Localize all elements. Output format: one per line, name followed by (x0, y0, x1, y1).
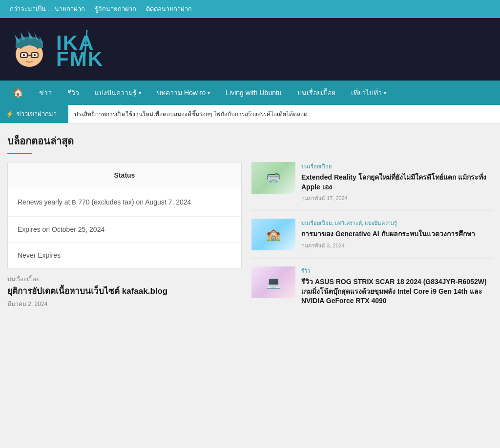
nav-travel[interactable]: เที่ยวไปทั่ว ▾ (343, 81, 394, 105)
svg-text:FMK: FMK (56, 47, 104, 67)
table-row: Renews yearly at ฿ 770 (excludes tax) on… (8, 188, 241, 217)
nav-news[interactable]: ข่าว (31, 81, 60, 105)
chevron-down-icon: ▾ (139, 90, 141, 96)
ticker-bar: ⚡ ข่าวเขาฝากมา ประสิทธิภาพการเปิดใช้งานใ… (0, 105, 500, 123)
article-thumbnail: 💻 (251, 266, 295, 298)
article-date: กุมภาพันธ์ 3, 2024 (301, 241, 493, 250)
page-content: บล็อกตอนล่าสุด Status Renews yearly at ฿… (0, 123, 500, 326)
list-item: 🥽 บ่นเรื่อยเปื้อย Extended Reality โลกยุ… (251, 162, 493, 211)
nav-home[interactable]: 🏠 (5, 81, 31, 105)
nav-random[interactable]: บ่นเรื่อยเปื้อย (290, 81, 343, 105)
ticker-text: ประสิทธิภาพการเปิดใช้งานใหม่เพื่อตอบสนอง… (68, 105, 313, 122)
site-logo-text: IKA FMK (54, 28, 151, 71)
table-row: Never Expires (8, 243, 241, 268)
left-column: Status Renews yearly at ฿ 770 (excludes … (7, 162, 242, 316)
status-header-row: Status (8, 163, 241, 188)
logo-character-icon (10, 30, 49, 69)
table-row: Expires on October 25, 2024 (8, 217, 241, 243)
article-info: บ่นเรื่อยเปื้อย Extended Reality โลกยุคใ… (301, 162, 493, 203)
status-card: Status Renews yearly at ฿ 770 (excludes … (7, 162, 242, 268)
bolt-icon: ⚡ (6, 110, 14, 118)
svg-point-14 (23, 54, 25, 57)
nav-ubuntu[interactable]: Living with Ubuntu (218, 82, 289, 103)
article-category: รีวิว (301, 266, 493, 275)
article-category: บ่นเรื่อยเปื้อย, บทวิเคราะห์, แบ่งปันควา… (301, 219, 493, 227)
below-card-category: บ่นเรื่อยเปื้อย (7, 274, 242, 284)
article-title[interactable]: การมาของ Generative AI กับผลกระทบในแวดวง… (301, 229, 493, 239)
expires-cell: Expires on October 25, 2024 (8, 217, 241, 243)
nav-share-knowledge[interactable]: แบ่งปันความรู้ ▾ (87, 81, 149, 105)
main-layout: Status Renews yearly at ฿ 770 (excludes … (7, 162, 493, 316)
chevron-down-icon: ▾ (208, 90, 210, 96)
ticker-label: ⚡ ข่าวเขาฝากมา (0, 105, 68, 123)
section-title: บล็อกตอนล่าสุด (7, 133, 493, 149)
top-navigation: กว่าจะมาเป็น ... นายกาฝาก รู้จักนายกาฝาก… (0, 0, 500, 18)
laptop-icon: 💻 (266, 276, 281, 289)
top-nav-link-contact[interactable]: ติดต่อนายกาฝาก (146, 4, 192, 14)
below-card-title[interactable]: ยุติการอัปเดตเนื้อหาบนเว็บไซต์ kafaak.bl… (7, 285, 242, 297)
classroom-icon: 🏫 (266, 228, 281, 242)
article-info: รีวิว รีวิว ASUS ROG STRIX SCAR 18 2024 … (301, 266, 493, 308)
article-info: บ่นเรื่อยเปื้อย, บทวิเคราะห์, แบ่งปันควา… (301, 219, 493, 250)
nav-howto[interactable]: บทความ How-to ▾ (149, 81, 218, 105)
article-title[interactable]: Extended Reality โลกยุคใหม่ที่ยังไม่มีใค… (301, 173, 493, 192)
list-item: 💻 รีวิว รีวิว ASUS ROG STRIX SCAR 18 202… (251, 266, 493, 316)
articles-list: 🥽 บ่นเรื่อยเปื้อย Extended Reality โลกยุ… (251, 162, 493, 316)
status-header-cell: Status (8, 163, 241, 188)
main-navigation: 🏠 ข่าว รีวิว แบ่งปันความรู้ ▾ บทความ How… (0, 81, 500, 105)
article-category: บ่นเรื่อยเปื้อย (301, 162, 493, 171)
site-header: IKA FMK (0, 18, 500, 81)
article-thumbnail: 🏫 (251, 219, 295, 250)
never-expires-cell: Never Expires (8, 243, 241, 268)
below-card-date: มีนาคม 2, 2024 (7, 299, 242, 308)
section-title-underline (7, 153, 32, 154)
article-title[interactable]: รีวิว ASUS ROG STRIX SCAR 18 2024 (G834J… (301, 277, 493, 306)
vr-icon: 🥽 (266, 171, 281, 185)
logo-area[interactable]: IKA FMK (10, 28, 151, 71)
article-thumbnail: 🥽 (251, 162, 295, 194)
nav-review[interactable]: รีวิว (60, 81, 87, 105)
list-item: 🏫 บ่นเรื่อยเปื้อย, บทวิเคราะห์, แบ่งปันค… (251, 219, 493, 259)
top-nav-link-about[interactable]: กว่าจะมาเป็น ... นายกาฝาก (10, 4, 85, 14)
status-table: Status Renews yearly at ฿ 770 (excludes … (8, 163, 241, 268)
renew-cell: Renews yearly at ฿ 770 (excludes tax) on… (8, 188, 241, 217)
top-nav-link-know[interactable]: รู้จักนายกาฝาก (95, 4, 136, 14)
below-card-article: บ่นเรื่อยเปื้อย ยุติการอัปเดตเนื้อหาบนเว… (7, 274, 242, 308)
chevron-down-icon: ▾ (384, 90, 386, 96)
svg-point-15 (34, 54, 36, 57)
article-date: กุมภาพันธ์ 17, 2024 (301, 194, 493, 203)
